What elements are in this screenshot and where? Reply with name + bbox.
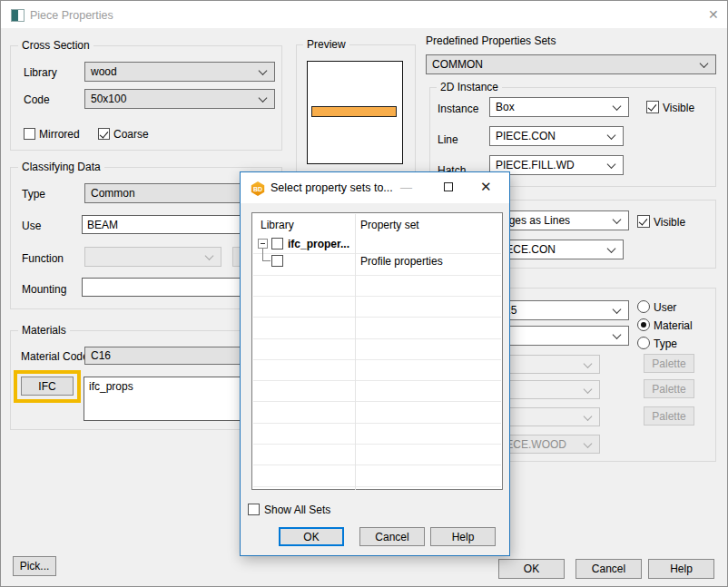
chevron-down-icon (700, 59, 709, 68)
tree-root-label[interactable]: ifc_proper... (288, 238, 349, 250)
library-value: wood (91, 65, 117, 78)
instance-label: Instance (438, 103, 478, 115)
dialog-help-button[interactable]: Help (430, 527, 496, 546)
chevron-down-icon (613, 102, 622, 111)
cross-section-title: Cross Section (18, 40, 93, 51)
chevron-down-icon (613, 330, 622, 339)
visible-2d-checkbox[interactable] (646, 101, 659, 113)
visible-2d-label: Visible (663, 102, 694, 114)
mirrored-label: Mirrored (39, 128, 80, 141)
material-code-value: C16 (91, 349, 111, 362)
function-label: Function (22, 252, 64, 265)
chevron-down-icon (607, 244, 616, 253)
predefined-sets-label: Predefined Properties Sets (426, 34, 556, 47)
show-all-sets-checkbox[interactable] (248, 504, 260, 515)
type-label: Type (22, 188, 45, 201)
chevron-down-icon (584, 439, 593, 448)
chevron-down-icon (607, 160, 616, 169)
chevron-down-icon (205, 251, 214, 260)
app-icon (11, 9, 25, 22)
chevron-down-icon (259, 93, 268, 103)
instance-2d-title: 2D Instance (437, 82, 502, 93)
chevron-down-icon (613, 215, 622, 224)
select-property-sets-dialog: BD Select property sets to... — ✕ Librar… (240, 171, 510, 556)
library-label: Library (24, 66, 57, 79)
tree-child-checkbox[interactable] (271, 255, 283, 267)
predefined-sets-select[interactable]: COMMON (426, 54, 716, 74)
ifc-props-value: ifc_props (89, 380, 133, 393)
code-select[interactable]: 50x100 (84, 89, 275, 109)
type-radio[interactable] (637, 337, 650, 349)
use-value: BEAM (87, 219, 118, 231)
property-sets-table[interactable]: Library Property set ifc_proper... Profi… (251, 212, 503, 490)
chevron-down-icon (584, 412, 593, 421)
chevron-down-icon (584, 385, 593, 394)
window-title: Piece Properties (30, 9, 113, 22)
type-value: Common (91, 187, 135, 200)
help-button[interactable]: Help (648, 559, 714, 579)
chevron-down-icon (613, 305, 622, 314)
use-label: Use (22, 220, 41, 232)
coarse-checkbox[interactable] (98, 128, 110, 140)
chevron-down-icon (607, 131, 616, 140)
mirrored-checkbox[interactable] (24, 128, 35, 140)
instance-select[interactable]: Box (489, 97, 629, 117)
hatch-value: PIECE.FILL.WD (496, 159, 575, 171)
dialog-title: Select property sets to... (271, 181, 393, 194)
user-radio-label: User (654, 301, 676, 314)
material-radio-label: Material (654, 319, 693, 332)
material-radio[interactable] (637, 318, 650, 331)
visible-3d-checkbox[interactable] (637, 215, 650, 228)
function-select (84, 247, 221, 267)
preview-piece-bar (311, 106, 397, 117)
dialog-ok-button[interactable]: OK (279, 527, 344, 546)
code-label: Code (24, 93, 50, 106)
palette-button-3: Palette (644, 406, 694, 426)
palette-button-2: Palette (644, 379, 694, 398)
column-header-property-set: Property set (360, 219, 419, 231)
materials-title: Materials (18, 325, 70, 336)
library-select[interactable]: wood (84, 62, 275, 82)
tree-connector-horizontal (263, 260, 271, 261)
mounting-label: Mounting (22, 283, 66, 296)
column-divider (355, 214, 356, 490)
piece-properties-window: Piece Properties ✕ Cross Section Library… (0, 0, 728, 587)
cancel-button[interactable]: Cancel (576, 559, 642, 579)
close-icon[interactable]: ✕ (708, 8, 719, 21)
classifying-title: Classifying Data (18, 161, 104, 172)
chevron-down-icon (259, 66, 268, 75)
dialog-cancel-button[interactable]: Cancel (359, 527, 425, 546)
line-select[interactable]: PIECE.CON (489, 126, 624, 146)
user-radio[interactable] (637, 300, 650, 313)
preview-title: Preview (303, 39, 349, 50)
tree-root-checkbox[interactable] (271, 238, 283, 249)
show-all-sets-label: Show All Sets (264, 504, 330, 516)
representation-select[interactable]: Edges as Lines (489, 210, 629, 230)
column-header-library: Library (261, 219, 294, 231)
minimize-icon[interactable]: — (400, 181, 412, 194)
type-radio-label: Type (654, 338, 677, 350)
tree-connector-vertical (262, 249, 263, 261)
tree-collapse-icon[interactable] (258, 239, 268, 249)
predefined-sets-value: COMMON (432, 58, 483, 71)
pick-button[interactable]: Pick... (13, 556, 56, 576)
tree-child-property-set[interactable]: Profile properties (360, 255, 443, 268)
palette-button-1: Palette (644, 354, 694, 373)
line-label: Line (438, 133, 458, 146)
pen-extra-select[interactable] (489, 326, 629, 346)
close-icon[interactable]: ✕ (480, 179, 492, 195)
pen-select[interactable]: 0.25 (489, 300, 629, 320)
chevron-down-icon (584, 359, 593, 368)
visible-3d-label: Visible (654, 216, 685, 229)
line-value: PIECE.CON (496, 130, 556, 142)
instance-value: Box (496, 101, 515, 113)
maximize-icon[interactable] (444, 182, 453, 191)
coarse-label: Coarse (113, 128, 149, 141)
table-rows-background (253, 233, 501, 489)
ok-button[interactable]: OK (498, 559, 565, 579)
ifc-button[interactable]: IFC (21, 377, 74, 396)
code-value: 50x100 (91, 93, 126, 105)
material-code-label: Material Code (21, 350, 89, 363)
